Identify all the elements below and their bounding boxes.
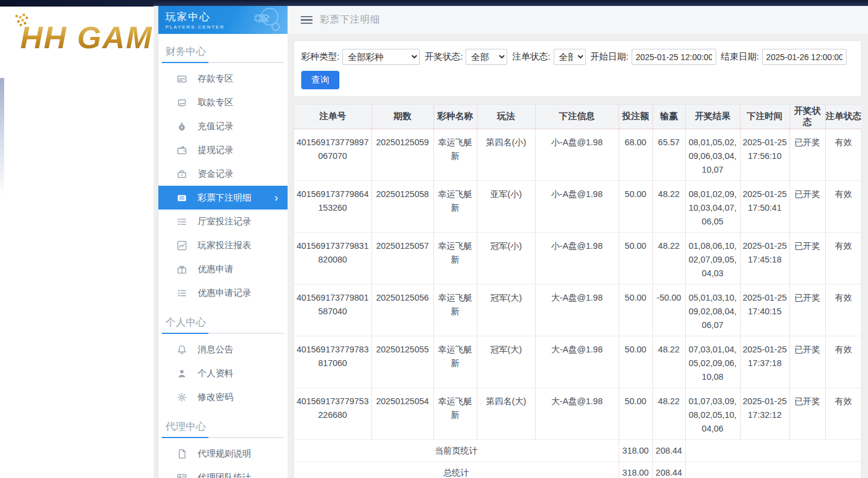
cell-bet-amount: 50.00 — [619, 232, 652, 284]
cell-period: 20250125056 — [371, 284, 433, 336]
chart-icon — [177, 240, 187, 251]
cell-win-loss: 48.22 — [652, 336, 685, 388]
cell-play: 第四名(大) — [477, 388, 535, 439]
summary-bet-total: 318.00 — [619, 439, 652, 461]
sidebar-item-消息公告[interactable]: 消息公告 — [158, 338, 288, 361]
sidebar-item-玩家投注报表[interactable]: 玩家投注报表 — [158, 233, 288, 257]
sidebar-section-divider — [162, 437, 284, 438]
summary-label: 当前页统计 — [294, 439, 619, 461]
col-order-no: 注单号 — [294, 105, 371, 129]
cell-bet-info: 小-A盘@1.98 — [535, 232, 619, 284]
cell-order-status: 有效 — [825, 129, 861, 180]
cell-draw-status: 已开奖 — [789, 336, 825, 388]
query-button[interactable]: 查询 — [301, 71, 339, 89]
cell-bet-info: 小-A盘@1.98 — [535, 180, 619, 232]
moneybag-icon — [177, 121, 187, 132]
sidebar-item-取款专区[interactable]: 取款专区 — [158, 90, 288, 114]
summary-label: 总统计 — [294, 461, 619, 478]
sidebar-item-代理团队统计[interactable]: 代理团队统计 — [158, 465, 288, 478]
sidebar-item-label: 消息公告 — [198, 344, 233, 355]
cell-draw-result: 05,01,03,10,09,02,08,04,06,07 — [685, 284, 740, 336]
summary-winloss-total: 208.44 — [652, 439, 685, 461]
cell-order-status: 有效 — [825, 388, 861, 439]
sidebar-item-修改密码[interactable]: 修改密码 — [158, 385, 288, 409]
sidebar-item-存款专区[interactable]: 存款专区 — [158, 67, 288, 90]
cell-order-no: 401569173779783817060 — [294, 336, 371, 388]
list-icon — [177, 288, 187, 298]
draw-status-select[interactable]: 全部 — [466, 49, 507, 65]
cell-lottery-name: 幸运飞艇新 — [433, 129, 477, 180]
cell-win-loss: 48.22 — [652, 180, 685, 232]
cell-bet-amount: 50.00 — [619, 336, 652, 388]
sidebar-item-代理规则说明[interactable]: 代理规则说明 — [158, 442, 288, 465]
filter-panel: 彩种类型: 全部彩种 开奖状态: 全部 注单状态: 全部 开始日期: 结束日期: — [294, 40, 861, 97]
sidebar-item-资金记录[interactable]: 资金记录 — [158, 162, 288, 186]
lottery-type-label: 彩种类型: — [301, 51, 339, 63]
cell-draw-status: 已开奖 — [789, 129, 825, 180]
cell-period: 20250125057 — [371, 232, 433, 284]
cell-draw-result: 08,01,02,09,10,03,04,07,06,05 — [685, 180, 740, 232]
cell-draw-result: 01,07,03,09,08,02,05,10,04,06 — [685, 388, 740, 439]
sidebar-item-label: 优惠申请记录 — [198, 288, 251, 299]
sidebar-section-title-1: 个人中心 — [158, 305, 288, 333]
col-bet-time: 下注时间 — [740, 105, 789, 129]
cell-draw-result: 07,03,01,04,05,02,09,06,10,08 — [685, 336, 740, 388]
purse-icon — [177, 169, 187, 179]
cell-play: 冠军(大) — [477, 284, 535, 336]
start-date-label: 开始日期: — [591, 51, 629, 63]
draw-status-label: 开奖状态: — [424, 51, 463, 63]
sidebar-item-提现记录[interactable]: 提现记录 — [158, 138, 288, 162]
list-icon — [177, 217, 187, 227]
cell-bet-amount: 50.00 — [619, 284, 652, 336]
topbar: 彩票下注明细 — [288, 6, 868, 34]
cell-period: 20250125054 — [371, 388, 433, 439]
cell-order-no: 401569173779831820080 — [294, 232, 371, 284]
sidebar-header: 玩家中心 PLAYERS CENTER — [158, 6, 288, 34]
cell-period: 20250125059 — [371, 129, 433, 180]
sidebar-item-label: 彩票下注明细 — [198, 192, 251, 204]
cell-play: 第四名(小) — [477, 129, 535, 180]
gamepad-icon — [249, 7, 282, 34]
cell-lottery-name: 幸运飞艇新 — [433, 336, 477, 388]
cell-bet-time: 2025-01-25 17:45:18 — [740, 232, 789, 284]
site-logo: HH GAME — [20, 20, 154, 55]
sidebar-sections: 财务中心存款专区取款专区充值记录提现记录资金记录彩票下注明细›厅室投注记录玩家投… — [158, 34, 288, 478]
cell-order-status: 有效 — [825, 232, 861, 284]
col-draw-status: 开奖状态 — [789, 105, 825, 129]
sidebar-item-厅室投注记录[interactable]: 厅室投注记录 — [158, 210, 288, 233]
sidebar-item-个人资料[interactable]: 个人资料 — [158, 361, 288, 385]
cell-play: 亚军(小) — [477, 180, 535, 232]
sidebar-item-label: 修改密码 — [198, 392, 233, 403]
order-status-select[interactable]: 全部 — [554, 49, 586, 65]
end-date-label: 结束日期: — [721, 51, 759, 63]
wallet-icon — [177, 145, 187, 155]
gift-icon — [177, 264, 187, 274]
cell-bet-time: 2025-01-25 17:40:15 — [740, 284, 789, 336]
sidebar-item-优惠申请[interactable]: 优惠申请 — [158, 257, 288, 281]
hamburger-menu-icon[interactable] — [301, 16, 313, 24]
sidebar-item-彩票下注明细[interactable]: 彩票下注明细› — [158, 186, 288, 210]
table-row: 40156917377975322668020250125054幸运飞艇新第四名… — [294, 388, 861, 439]
cell-bet-time: 2025-01-25 17:37:18 — [740, 336, 789, 388]
cell-lottery-name: 幸运飞艇新 — [433, 232, 477, 284]
bell-icon — [177, 345, 187, 355]
sidebar-item-优惠申请记录[interactable]: 优惠申请记录 — [158, 281, 288, 305]
sidebar-item-label: 代理规则说明 — [198, 448, 251, 460]
table-row: 40156917377989706707020250125059幸运飞艇新第四名… — [294, 129, 861, 180]
sidebar-section-divider — [162, 62, 284, 63]
lottery-type-select[interactable]: 全部彩种 — [342, 49, 420, 65]
bet-table-panel: 注单号期数彩种名称玩法下注信息投注额输赢开奖结果下注时间开奖状态注单状态 401… — [294, 104, 861, 478]
cell-lottery-name: 幸运飞艇新 — [433, 180, 477, 232]
sidebar-item-充值记录[interactable]: 充值记录 — [158, 114, 288, 138]
table-row: 40156917377983182008020250125057幸运飞艇新冠军(… — [294, 232, 861, 284]
end-date-input[interactable] — [762, 49, 847, 65]
cell-draw-status: 已开奖 — [789, 180, 825, 232]
start-date-input[interactable] — [632, 49, 716, 65]
cell-draw-status: 已开奖 — [789, 284, 825, 336]
col-bet-info: 下注信息 — [535, 105, 619, 129]
page-title: 彩票下注明细 — [320, 14, 380, 26]
bet-table: 注单号期数彩种名称玩法下注信息投注额输赢开奖结果下注时间开奖状态注单状态 401… — [294, 105, 861, 478]
summary-row: 当前页统计318.00208.44 — [294, 439, 861, 461]
table-row: 40156917377978381706020250125055幸运飞艇新冠军(… — [294, 336, 861, 388]
main-area: 彩票下注明细 彩种类型: 全部彩种 开奖状态: 全部 注单状态: 全部 — [288, 6, 868, 478]
